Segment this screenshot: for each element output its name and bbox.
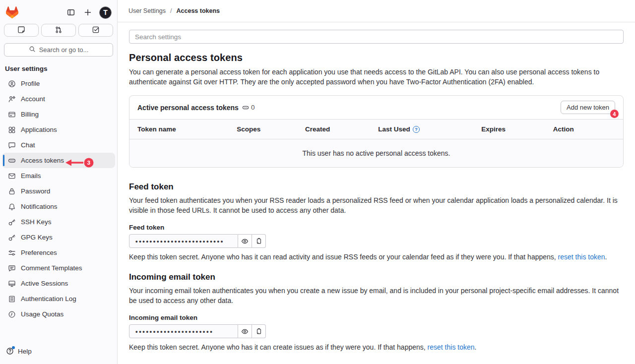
incoming-token-value[interactable]: •••••••••••••••••••••• xyxy=(129,324,238,338)
col-action: Action xyxy=(553,125,615,133)
sidebar-item-label: Preferences xyxy=(21,249,57,256)
sidebar-item-label: SSH Keys xyxy=(21,218,52,226)
token-count: 0 xyxy=(242,104,255,111)
sidebar-item-comment-templates[interactable]: Comment Templates xyxy=(2,260,115,276)
quota-icon xyxy=(8,310,16,318)
breadcrumb-current: Access tokens xyxy=(177,7,220,14)
reset-feed-token-link[interactable]: reset this token xyxy=(558,253,605,261)
token-count-value: 0 xyxy=(251,104,255,111)
reset-incoming-token-link[interactable]: reset this token xyxy=(428,343,475,351)
issues-icon xyxy=(17,26,25,35)
sidebar-item-account[interactable]: Account xyxy=(2,91,115,107)
sidebar-top-actions: T xyxy=(65,6,112,19)
sidebar-toggle-icon[interactable] xyxy=(65,7,76,18)
merge-request-icon xyxy=(55,26,63,35)
email-icon xyxy=(8,172,16,180)
note-text: Keep this token secret. Anyone who has i… xyxy=(129,343,428,351)
token-icon xyxy=(242,104,249,111)
sidebar-item-label: Emails xyxy=(21,172,41,180)
feed-token-label: Feed token xyxy=(129,224,624,231)
empty-state-text: This user has no active personal access … xyxy=(129,139,623,167)
gitlab-app: T xyxy=(0,0,635,364)
note-period: . xyxy=(605,253,607,261)
sidebar-item-usage-quotas[interactable]: Usage Quotas xyxy=(2,306,115,322)
col-scopes: Scopes xyxy=(237,125,305,133)
help-icon xyxy=(6,347,14,355)
page-title: Personal access tokens xyxy=(129,52,624,63)
feed-token-section: Feed token Your feed token authenticates… xyxy=(129,182,624,262)
active-tokens-card: Active personal access tokens 0 xyxy=(129,95,624,168)
token-icon xyxy=(8,157,16,165)
gitlab-logo[interactable] xyxy=(6,6,18,18)
key-icon xyxy=(8,234,16,242)
add-new-token-button[interactable]: Add new token xyxy=(561,101,615,114)
comment-lines-icon xyxy=(8,264,16,272)
sidebar-item-label: Notifications xyxy=(21,203,58,210)
sidebar-item-label: Active Sessions xyxy=(21,280,68,287)
help-button[interactable]: Help xyxy=(3,345,114,357)
sidebar-item-label: Usage Quotas xyxy=(21,310,64,318)
new-plus-icon[interactable] xyxy=(82,7,93,18)
feed-token-note: Keep this token secret. Anyone who has i… xyxy=(129,252,624,262)
sidebar-item-label: Access tokens xyxy=(21,157,64,164)
feed-token-group: ••••••••••••••••••••••••• xyxy=(129,234,624,248)
breadcrumb-user-settings[interactable]: User Settings xyxy=(128,7,166,14)
pat-description: You can generate a personal access token… xyxy=(129,67,624,87)
account-icon xyxy=(8,95,16,103)
sidebar-item-profile[interactable]: Profile xyxy=(2,76,115,91)
sidebar-item-billing[interactable]: Billing xyxy=(2,107,115,122)
last-used-help-icon[interactable]: ? xyxy=(413,126,420,133)
log-icon xyxy=(8,295,16,303)
col-last-used: Last Used ? xyxy=(378,125,481,133)
card-header: Active personal access tokens 0 xyxy=(129,96,623,119)
sidebar-item-gpg-keys[interactable]: GPG Keys xyxy=(2,230,115,245)
sidebar-item-label: Authentication Log xyxy=(21,295,76,303)
user-avatar[interactable]: T xyxy=(99,6,112,19)
col-created: Created xyxy=(305,125,378,133)
applications-icon xyxy=(8,126,16,134)
sliders-icon xyxy=(8,249,16,257)
sidebar-footer: Help xyxy=(0,340,117,364)
sidebar-item-access-tokens[interactable]: Access tokens xyxy=(2,153,115,168)
reveal-eye-icon[interactable] xyxy=(238,234,252,248)
reveal-eye-icon[interactable] xyxy=(238,324,252,338)
note-period: . xyxy=(475,343,477,351)
chat-icon xyxy=(8,141,16,149)
sidebar-item-authentication-log[interactable]: Authentication Log xyxy=(2,291,115,306)
help-label: Help xyxy=(18,348,32,355)
feed-token-value[interactable]: ••••••••••••••••••••••••• xyxy=(129,234,238,248)
sidebar-item-ssh-keys[interactable]: SSH Keys xyxy=(2,214,115,230)
settings-main: Personal access tokens You can generate … xyxy=(118,22,635,354)
search-settings-input[interactable] xyxy=(129,30,624,44)
profile-icon xyxy=(8,80,16,88)
col-last-used-label: Last Used xyxy=(378,125,410,133)
sidebar-item-active-sessions[interactable]: Active Sessions xyxy=(2,276,115,291)
sidebar-item-notifications[interactable]: Notifications xyxy=(2,199,115,214)
sidebar-item-preferences[interactable]: Preferences xyxy=(2,245,115,260)
add-token-wrap: Add new token 4 xyxy=(561,101,615,114)
notification-dot xyxy=(12,346,15,349)
copy-clipboard-icon[interactable] xyxy=(252,234,266,248)
copy-clipboard-icon[interactable] xyxy=(252,324,266,338)
sidebar-item-chat[interactable]: Chat xyxy=(2,137,115,153)
bell-icon xyxy=(8,203,16,211)
search-or-go-to[interactable]: Search or go to... xyxy=(4,43,113,57)
sidebar-item-label: GPG Keys xyxy=(21,234,53,241)
sidebar-item-applications[interactable]: Applications xyxy=(2,122,115,137)
note-text: Keep this token secret. Anyone who has i… xyxy=(129,253,558,261)
search-label: Search or go to... xyxy=(39,46,89,54)
todo-shortcut-button[interactable] xyxy=(78,24,113,37)
col-expires: Expires xyxy=(481,125,553,133)
sidebar-item-emails[interactable]: Emails xyxy=(2,168,115,183)
merge-requests-shortcut-button[interactable] xyxy=(41,24,76,37)
incoming-token-note: Keep this token secret. Anyone who has i… xyxy=(129,342,624,352)
incoming-email-token-description: Your incoming email token authenticates … xyxy=(129,286,624,305)
todo-check-icon xyxy=(92,26,100,35)
issues-shortcut-button[interactable] xyxy=(4,24,39,37)
sidebar-shortcuts xyxy=(0,22,117,37)
breadcrumb-bar: User Settings / Access tokens xyxy=(118,0,635,22)
sidebar-item-label: Billing xyxy=(21,111,39,118)
card-title: Active personal access tokens 0 xyxy=(137,104,254,112)
sidebar-item-password[interactable]: Password xyxy=(2,183,115,199)
incoming-email-token-section: Incoming email token Your incoming email… xyxy=(129,272,624,352)
